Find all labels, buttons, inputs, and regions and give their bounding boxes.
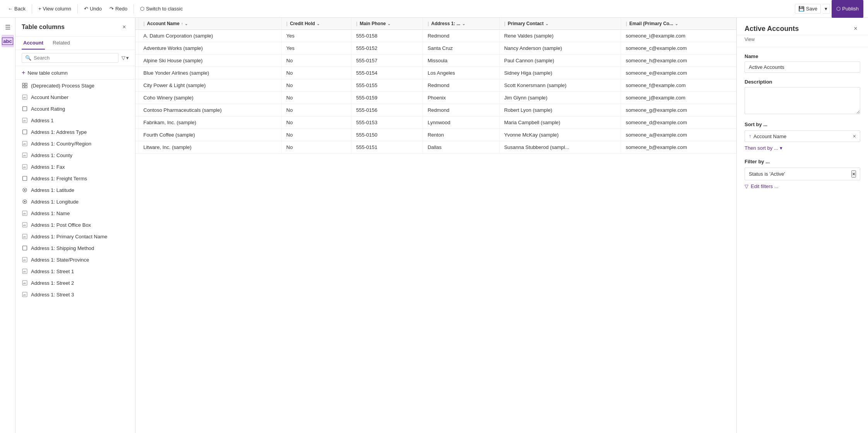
column-name: Address 1: Street 2	[31, 280, 74, 286]
back-button[interactable]: ← Back	[5, 4, 29, 13]
redo-button[interactable]: ↷ Redo	[106, 4, 130, 13]
filter-button[interactable]: ▽ ▾	[122, 55, 129, 61]
column-list-item[interactable]: abAddress 1: Street 1	[15, 265, 135, 277]
column-list-item[interactable]: Account Rating	[15, 103, 135, 115]
cell-8-1: No	[281, 129, 351, 141]
column-list-item[interactable]: Address 1: Latitude	[15, 184, 135, 196]
column-list-item[interactable]: Address 1: Shipping Method	[15, 242, 135, 254]
cell-6-4: Robert Lyon (sample)	[499, 104, 621, 116]
column-name: Address 1: Primary Contact Name	[31, 234, 107, 240]
sort-chip-remove-button[interactable]: ×	[853, 133, 856, 139]
column-list-item[interactable]: abAddress 1: Primary Contact Name	[15, 231, 135, 242]
column-list-item[interactable]: abAddress 1: State/Province	[15, 254, 135, 265]
publish-button[interactable]: ⬡ Publish	[832, 0, 863, 18]
svg-rect-1	[25, 83, 27, 85]
row-spacer	[135, 30, 139, 42]
col-chevron-icon[interactable]: ⌄	[185, 22, 188, 26]
columns-panel-toggle[interactable]: abc	[2, 35, 14, 47]
table-row[interactable]: Alpine Ski House (sample)No555-0157Misso…	[135, 55, 736, 67]
table-header-3[interactable]: |Address 1: ...⌄	[423, 18, 499, 30]
cell-6-0: Contoso Pharmaceuticals (sample)	[139, 104, 281, 116]
table-header-0[interactable]: |Account Name↑⌄	[139, 18, 281, 30]
col-separator: |	[286, 21, 288, 26]
table-header-4[interactable]: |Primary Contact⌄	[499, 18, 621, 30]
columns-panel-title: Table columns	[22, 24, 65, 31]
search-icon: 🔍	[25, 55, 31, 61]
tab-related[interactable]: Related	[51, 37, 72, 50]
table-header-1[interactable]: |Credit Hold⌄	[281, 18, 351, 30]
table-row[interactable]: Adventure Works (sample)Yes555-0152Santa…	[135, 42, 736, 55]
view-column-button[interactable]: + View column	[35, 4, 74, 13]
column-type-icon	[22, 106, 28, 112]
filter-chip-remove-button[interactable]: ×	[851, 170, 856, 178]
svg-rect-6	[23, 107, 27, 111]
col-chevron-icon[interactable]: ⌄	[675, 22, 678, 26]
view-column-icon: +	[38, 6, 41, 12]
column-list-item[interactable]: Address 1: Longitude	[15, 196, 135, 207]
col-separator: |	[356, 21, 357, 26]
undo-button[interactable]: ↶ Undo	[81, 4, 105, 13]
name-field-input[interactable]	[745, 62, 860, 73]
column-type-icon	[22, 129, 28, 135]
edit-filters-button[interactable]: ▽ Edit filters ...	[745, 183, 779, 189]
right-panel-close-button[interactable]: ×	[851, 24, 860, 33]
column-list-item[interactable]: Address 1: Address Type	[15, 126, 135, 138]
then-sort-button[interactable]: Then sort by ... ▾	[745, 145, 782, 151]
col-label: Main Phone	[360, 21, 386, 26]
close-icon: ×	[122, 24, 126, 31]
cell-2-4: Paul Cannon (sample)	[499, 55, 621, 67]
table-header-5[interactable]: |Email (Primary Co...⌄	[621, 18, 736, 30]
column-type-icon	[22, 199, 28, 205]
hamburger-menu-button[interactable]: ☰	[2, 21, 14, 33]
sort-chip-x-icon: ×	[853, 133, 856, 139]
column-type-icon: ab	[22, 210, 28, 216]
column-type-icon: ab	[22, 164, 28, 170]
column-list-item[interactable]: abAddress 1	[15, 115, 135, 126]
svg-rect-27	[23, 246, 27, 250]
undo-icon: ↶	[84, 6, 88, 12]
tab-account[interactable]: Account	[22, 37, 45, 50]
col-chevron-icon[interactable]: ⌄	[545, 22, 548, 26]
col-label: Address 1: ...	[431, 21, 460, 26]
col-chevron-icon[interactable]: ⌄	[317, 22, 320, 26]
cell-5-1: No	[281, 92, 351, 104]
description-field-input[interactable]	[745, 87, 860, 114]
cell-9-3: Dallas	[423, 141, 499, 154]
col-chevron-icon[interactable]: ⌄	[387, 22, 390, 26]
right-panel: Active Accounts × View Name Description …	[736, 18, 868, 433]
column-list-item[interactable]: Address 1: Freight Terms	[15, 173, 135, 184]
column-list-item[interactable]: abAddress 1: Post Office Box	[15, 219, 135, 231]
col-chevron-icon[interactable]: ⌄	[462, 22, 465, 26]
column-list-item[interactable]: abAddress 1: Country/Region	[15, 138, 135, 149]
filter-chip-value: Status is 'Active'	[749, 171, 785, 177]
table-header-2[interactable]: |Main Phone⌄	[351, 18, 423, 30]
table-row[interactable]: City Power & Light (sample)No555-0155Red…	[135, 79, 736, 92]
new-column-button[interactable]: + New table column	[15, 66, 135, 80]
column-list-item[interactable]: abAddress 1: Name	[15, 207, 135, 219]
description-field-label: Description	[745, 79, 860, 85]
table-row[interactable]: A. Datum Corporation (sample)Yes555-0158…	[135, 30, 736, 42]
col-separator: |	[428, 21, 429, 26]
columns-panel-close-button[interactable]: ×	[120, 22, 129, 32]
svg-text:ab: ab	[23, 96, 26, 99]
column-list-item[interactable]: abAddress 1: Fax	[15, 161, 135, 173]
column-list-item[interactable]: abAddress 1: County	[15, 149, 135, 161]
cell-3-0: Blue Yonder Airlines (sample)	[139, 67, 281, 79]
save-button[interactable]: 💾 Save	[795, 4, 821, 14]
row-spacer	[135, 79, 139, 92]
table-row[interactable]: Litware, Inc. (sample)No555-0151DallasSu…	[135, 141, 736, 154]
search-input[interactable]	[34, 55, 115, 61]
column-list-item[interactable]: abAccount Number	[15, 91, 135, 103]
svg-text:ab: ab	[23, 154, 26, 157]
column-list-item[interactable]: (Deprecated) Process Stage	[15, 80, 135, 91]
table-row[interactable]: Fabrikam, Inc. (sample)No555-0153Lynnwoo…	[135, 116, 736, 129]
save-dropdown-button[interactable]: ▾	[822, 4, 830, 14]
switch-classic-button[interactable]: ⬡ Switch to classic	[137, 4, 186, 13]
table-row[interactable]: Coho Winery (sample)No555-0159PhoenixJim…	[135, 92, 736, 104]
table-row[interactable]: Fourth Coffee (sample)No555-0150RentonYv…	[135, 129, 736, 141]
table-row[interactable]: Blue Yonder Airlines (sample)No555-0154L…	[135, 67, 736, 79]
table-row[interactable]: Contoso Pharmaceuticals (sample)No555-01…	[135, 104, 736, 116]
columns-list: (Deprecated) Process StageabAccount Numb…	[15, 80, 135, 433]
column-list-item[interactable]: abAddress 1: Street 2	[15, 277, 135, 289]
column-list-item[interactable]: abAddress 1: Street 3	[15, 289, 135, 300]
